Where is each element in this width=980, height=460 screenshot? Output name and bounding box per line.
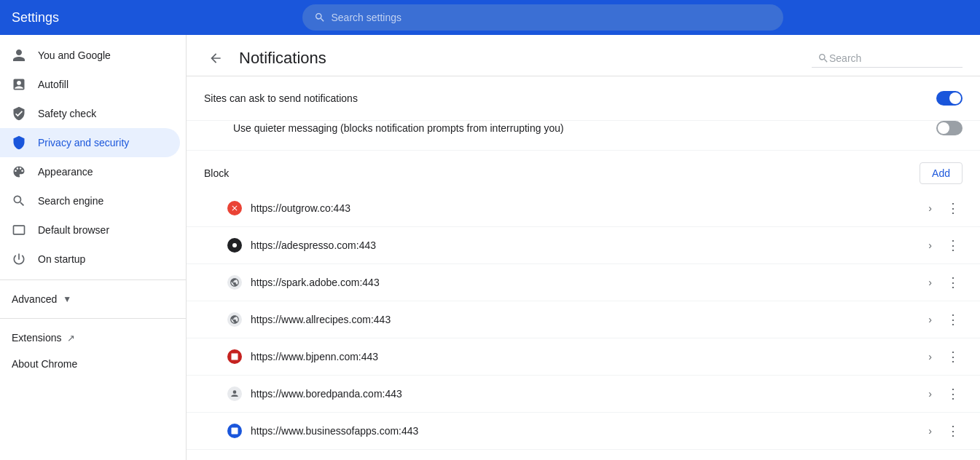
sidebar-label-appearance: Appearance [38, 166, 93, 178]
site-favicon-adespresso [227, 238, 242, 253]
sites-can-ask-toggle[interactable] [936, 91, 963, 106]
header-search-icon [818, 52, 829, 64]
svg-rect-1 [232, 354, 238, 360]
site-favicon-bjpenn [227, 349, 242, 364]
sidebar-divider-2 [0, 318, 186, 319]
site-url-businessofapps: https://www.businessofapps.com:443 [251, 425, 928, 437]
sidebar-item-you-and-google[interactable]: You and Google [0, 41, 180, 70]
content-area: Notifications Sites can ask to send noti… [187, 35, 980, 460]
add-button[interactable]: Add [920, 162, 963, 184]
site-row-boredpanda[interactable]: https://www.boredpanda.com:443 › ⋮ [187, 376, 980, 413]
site-more-menu[interactable]: ⋮ [944, 197, 963, 219]
external-link-icon: ↗ [67, 333, 75, 344]
sidebar-item-privacy-and-security[interactable]: Privacy and security [0, 128, 180, 157]
site-chevron-icon-3: › [928, 277, 932, 288]
sidebar-item-search-engine[interactable]: Search engine [0, 186, 180, 215]
topbar: Settings [0, 0, 980, 35]
chevron-down-icon: ▼ [63, 294, 71, 304]
search-engine-icon [12, 194, 26, 208]
sidebar-label-you-and-google: You and Google [38, 49, 111, 61]
site-row-spark-adobe[interactable]: https://spark.adobe.com:443 › ⋮ [187, 264, 980, 301]
toggle-slider-off [936, 121, 963, 135]
site-url-bjpenn: https://www.bjpenn.com:443 [251, 351, 928, 362]
app-title: Settings [12, 10, 99, 25]
about-chrome-label: About Chrome [12, 358, 77, 370]
site-favicon-spark-adobe [227, 275, 242, 290]
advanced-label: Advanced [12, 293, 57, 305]
sidebar-about-chrome[interactable]: About Chrome [0, 351, 180, 377]
sites-can-ask-row: Sites can ask to send notifications [187, 76, 980, 121]
sidebar-item-safety-check[interactable]: Safety check [0, 99, 180, 128]
quieter-messaging-label: Use quieter messaging (blocks notificati… [233, 122, 936, 134]
quieter-messaging-toggle[interactable] [936, 121, 963, 135]
quieter-messaging-row: Use quieter messaging (blocks notificati… [187, 121, 980, 151]
svg-point-0 [232, 243, 237, 247]
sidebar-advanced[interactable]: Advanced ▼ [0, 286, 186, 312]
site-chevron-icon-5: › [928, 351, 932, 362]
site-chevron-icon-6: › [928, 388, 932, 400]
site-row-outgrow[interactable]: https://outgrow.co:443 › ⋮ [187, 190, 980, 227]
search-icon [314, 12, 326, 23]
site-row-allrecipes[interactable]: https://www.allrecipes.com:443 › ⋮ [187, 301, 980, 338]
site-favicon-outgrow [227, 201, 242, 215]
global-search-input[interactable] [332, 12, 772, 23]
main-layout: You and Google Autofill Safety check Pri… [0, 35, 980, 460]
site-more-menu-3[interactable]: ⋮ [944, 271, 963, 293]
on-startup-icon [12, 252, 26, 266]
block-section-header: Block Add [187, 151, 980, 190]
default-browser-icon [12, 223, 26, 237]
site-more-menu-5[interactable]: ⋮ [944, 346, 963, 368]
svg-point-2 [233, 390, 237, 394]
site-more-menu-2[interactable]: ⋮ [944, 234, 963, 256]
page-title: Notifications [239, 49, 812, 68]
back-button[interactable] [204, 47, 227, 70]
sidebar-label-on-startup: On startup [38, 253, 85, 265]
site-favicon-boredpanda [227, 386, 242, 401]
sidebar-extensions[interactable]: Extensions ↗ [0, 325, 186, 351]
safety-check-icon [12, 106, 26, 121]
notifications-header: Notifications [187, 35, 980, 76]
autofill-icon [12, 77, 26, 92]
toggle-slider-on [936, 91, 963, 106]
site-more-menu-7[interactable]: ⋮ [944, 420, 963, 442]
sidebar-label-autofill: Autofill [38, 79, 68, 90]
site-row-adespresso[interactable]: https://adespresso.com:443 › ⋮ [187, 227, 980, 264]
sidebar-item-autofill[interactable]: Autofill [0, 70, 180, 99]
site-row-bjpenn[interactable]: https://www.bjpenn.com:443 › ⋮ [187, 338, 980, 376]
site-url-adespresso: https://adespresso.com:443 [251, 239, 928, 251]
sidebar-label-default-browser: Default browser [38, 224, 109, 236]
site-more-menu-4[interactable]: ⋮ [944, 309, 963, 330]
sidebar-item-on-startup[interactable]: On startup [0, 245, 180, 274]
sidebar-label-safety-check: Safety check [38, 108, 96, 119]
site-row-businessofapps[interactable]: https://www.businessofapps.com:443 › ⋮ [187, 413, 980, 450]
sidebar-label-privacy: Privacy and security [38, 137, 129, 148]
sites-can-ask-label: Sites can ask to send notifications [204, 92, 936, 104]
global-search-bar[interactable] [302, 4, 783, 31]
sidebar: You and Google Autofill Safety check Pri… [0, 35, 187, 460]
privacy-icon [12, 135, 26, 150]
sidebar-item-appearance[interactable]: Appearance [0, 157, 180, 186]
site-favicon-businessofapps [227, 424, 242, 438]
person-icon [12, 48, 26, 63]
header-search-box[interactable] [812, 49, 963, 68]
sidebar-item-default-browser[interactable]: Default browser [0, 215, 180, 245]
header-search-input[interactable] [829, 52, 957, 64]
site-url-outgrow: https://outgrow.co:443 [251, 202, 928, 214]
site-url-boredpanda: https://www.boredpanda.com:443 [251, 388, 928, 400]
site-more-menu-6[interactable]: ⋮ [944, 383, 963, 405]
appearance-icon [12, 164, 26, 179]
site-url-spark-adobe: https://spark.adobe.com:443 [251, 277, 928, 288]
site-chevron-icon: › [928, 202, 932, 214]
sidebar-label-search-engine: Search engine [38, 195, 103, 207]
extensions-label: Extensions [12, 332, 61, 344]
site-url-allrecipes: https://www.allrecipes.com:443 [251, 314, 928, 325]
site-chevron-icon-4: › [928, 314, 932, 325]
site-chevron-icon-7: › [928, 425, 932, 437]
block-label: Block [204, 167, 229, 179]
sidebar-divider [0, 279, 186, 280]
site-chevron-icon-2: › [928, 239, 932, 251]
site-favicon-allrecipes [227, 312, 242, 327]
